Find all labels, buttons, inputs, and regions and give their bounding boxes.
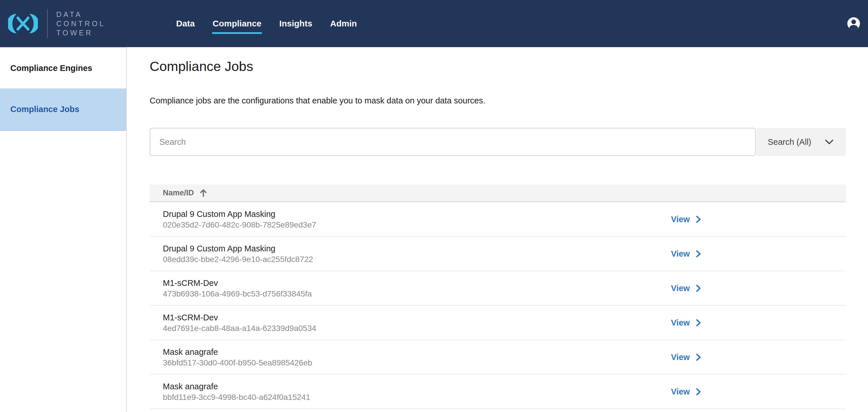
column-header-name-id[interactable]: Name/ID	[163, 188, 194, 197]
view-link-label: View	[671, 318, 690, 327]
compliance-sidebar: Compliance Engines Compliance Jobs	[0, 47, 127, 412]
chevron-down-icon	[824, 136, 835, 148]
job-name: Mask anagrafe	[163, 381, 846, 392]
table-row: Mask anagrafe bbfd11e9-3cc9-4998-bc40-a6…	[150, 375, 846, 409]
table-row: Drupal 9 Custom App Masking 020e35d2-7d6…	[150, 202, 846, 237]
chevron-right-icon	[694, 249, 703, 258]
view-link-label: View	[671, 284, 690, 293]
logo-line-1: DATA	[56, 10, 105, 19]
logo-divider	[47, 9, 48, 38]
job-name: M1-sCRM-Dev	[163, 312, 846, 323]
job-id: 4ed7691e-cab8-48aa-a14a-62339d9a0534	[163, 323, 846, 333]
search-input[interactable]	[150, 128, 756, 156]
account-circle-icon[interactable]	[847, 17, 861, 30]
search-scope-dropdown[interactable]: Search (All)	[756, 128, 846, 156]
nav-item-data[interactable]: Data	[176, 0, 195, 47]
table-row: Drupal 9 Custom App Masking 08edd39c-bbe…	[150, 237, 846, 271]
chevron-right-icon	[694, 318, 703, 327]
job-name: M1-sCRM-Dev	[163, 277, 846, 289]
view-link[interactable]: View	[671, 215, 703, 224]
main-content: Compliance Jobs Compliance jobs are the …	[127, 47, 868, 412]
view-link[interactable]: View	[671, 249, 703, 259]
job-name: Drupal 9 Custom App Masking	[163, 243, 846, 254]
table-row: Mask anagrafe 36bfd517-30d0-400f-b950-5e…	[150, 340, 846, 375]
view-link[interactable]: View	[671, 318, 703, 327]
app-logo: DATA CONTROL TOWER	[8, 9, 105, 38]
nav-item-compliance[interactable]: Compliance	[213, 0, 261, 47]
page-description: Compliance jobs are the configurations t…	[150, 95, 846, 106]
view-link[interactable]: View	[671, 353, 703, 362]
chevron-right-icon	[694, 215, 703, 224]
nav-item-admin[interactable]: Admin	[330, 0, 357, 47]
view-link-label: View	[671, 387, 690, 396]
search-bar: Search (All)	[150, 128, 846, 156]
job-id: 020e35d2-7d60-482c-908b-7825e89ed3e7	[163, 219, 846, 230]
chevron-right-icon	[694, 387, 703, 396]
page-title: Compliance Jobs	[150, 58, 846, 75]
compliance-jobs-table: Name/ID Drupal 9 Custom App Masking 020e…	[150, 184, 846, 409]
arrow-up-icon[interactable]	[198, 188, 208, 198]
chevron-right-icon	[694, 353, 703, 361]
table-row: M1-sCRM-Dev 4ed7691e-cab8-48aa-a14a-6233…	[150, 306, 846, 340]
logo-line-3: TOWER	[56, 28, 105, 37]
view-link[interactable]: View	[671, 284, 703, 293]
chevron-right-icon	[694, 284, 703, 293]
table-row: M1-sCRM-Dev 473b6938-106a-4969-bc53-d756…	[150, 271, 846, 306]
job-name: Drupal 9 Custom App Masking	[163, 209, 846, 219]
view-link-label: View	[671, 353, 690, 362]
table-header-row: Name/ID	[150, 184, 846, 202]
job-id: 473b6938-106a-4969-bc53-d756f33845fa	[163, 289, 846, 299]
sidebar-item-compliance-jobs[interactable]: Compliance Jobs	[0, 88, 126, 131]
view-link[interactable]: View	[671, 387, 703, 396]
primary-nav: Data Compliance Insights Admin	[176, 0, 357, 47]
logo-wordmark: DATA CONTROL TOWER	[56, 10, 105, 37]
job-id: bbfd11e9-3cc9-4998-bc40-a624f0a15241	[163, 392, 846, 403]
top-navbar: DATA CONTROL TOWER Data Compliance Insig…	[0, 0, 868, 47]
job-id: 36bfd517-30d0-400f-b950-5ea8985426eb	[163, 357, 846, 368]
delphix-x-logo-icon	[8, 12, 38, 34]
view-link-label: View	[671, 215, 690, 224]
logo-line-2: CONTROL	[56, 19, 105, 28]
search-scope-label: Search (All)	[768, 137, 811, 147]
job-id: 08edd39c-bbe2-4296-9e10-ac255fdc8722	[163, 254, 846, 265]
sidebar-item-compliance-engines[interactable]: Compliance Engines	[0, 48, 126, 88]
job-name: Mask anagrafe	[163, 347, 846, 357]
nav-item-insights[interactable]: Insights	[279, 0, 312, 47]
view-link-label: View	[671, 249, 690, 259]
